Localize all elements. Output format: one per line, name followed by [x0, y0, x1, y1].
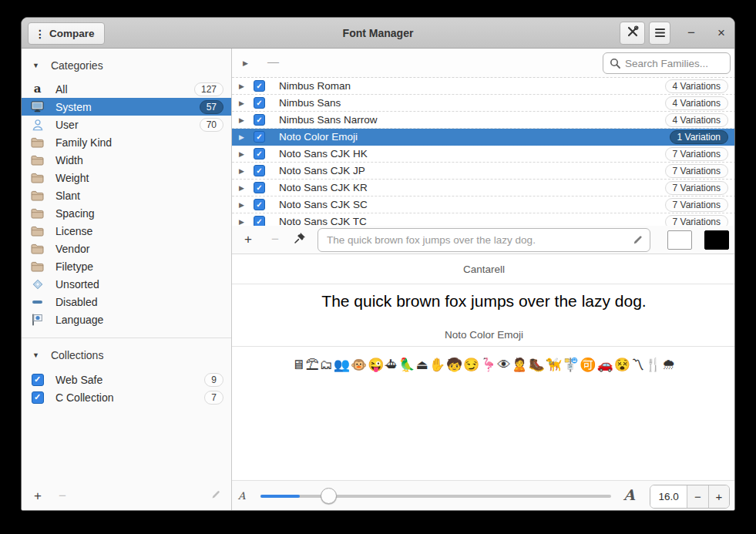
font-row[interactable]: ▶ ✓ Noto Sans CJK TC 7 Variations [232, 213, 735, 226]
preview-font-label[interactable]: Noto Color Emoji [232, 323, 735, 346]
sidebar-item-family-kind[interactable]: Family Kind [22, 133, 231, 151]
font-row[interactable]: ▶ ✓ Noto Sans CJK HK 7 Variations [232, 146, 735, 163]
font-family-name: Nimbus Sans [279, 97, 665, 109]
expander-icon[interactable]: ▶ [239, 167, 250, 175]
remove-collection-button[interactable]: − [52, 486, 72, 506]
sidebar-item-label: Disabled [55, 296, 223, 308]
pin-button[interactable] [291, 230, 309, 249]
expander-icon[interactable]: ▶ [239, 184, 250, 192]
compare-button[interactable]: ⋮ Compare [28, 22, 105, 45]
collection-item-web-safe[interactable]: ✓ Web Safe 9 [22, 371, 231, 388]
collections-header[interactable]: ▼ Collections [32, 346, 231, 364]
font-family-name: Noto Sans CJK SC [279, 199, 665, 210]
sidebar-item-spacing[interactable]: Spacing [22, 204, 231, 222]
checkbox-checked[interactable]: ✓ [254, 97, 265, 109]
variations-badge: 4 Variations [665, 96, 728, 110]
count-badge: 127 [194, 82, 223, 96]
foreground-color-swatch[interactable] [667, 230, 692, 250]
sidebar-item-weight[interactable]: Weight [22, 169, 231, 186]
sidebar-item-disabled[interactable]: Disabled [22, 293, 231, 311]
count-badge: 9 [204, 373, 223, 387]
font-row[interactable]: ▶ ✓ Noto Sans CJK KR 7 Variations [232, 180, 735, 196]
checkbox-checked[interactable]: ✓ [254, 148, 265, 160]
font-row[interactable]: ▶ ✓ Nimbus Sans 4 Variations [232, 95, 735, 112]
decrease-size-button[interactable]: − [687, 485, 707, 508]
expander-icon[interactable]: ▶ [239, 133, 250, 141]
expander-icon[interactable]: ▶ [239, 99, 250, 107]
edit-collection-button[interactable] [206, 486, 226, 506]
sidebar-item-vendor[interactable]: Vendor [22, 240, 231, 257]
variations-badge: 7 Variations [665, 181, 728, 195]
close-button[interactable]: × [711, 22, 731, 45]
preview-sample-text[interactable]: The quick brown fox jumps over the lazy … [232, 284, 735, 318]
collection-item-c-collection[interactable]: ✓ C Collection 7 [22, 388, 231, 406]
sidebar-item-all[interactable]: a All 127 [22, 80, 231, 98]
checkbox-checked[interactable]: ✓ [254, 131, 265, 143]
preferences-button[interactable] [620, 22, 645, 45]
slider-knob[interactable] [321, 488, 337, 504]
sidebar-item-unsorted[interactable]: Unsorted [22, 275, 231, 293]
font-family-name: Noto Sans CJK TC [279, 216, 665, 226]
sidebar-item-user[interactable]: User 70 [22, 116, 231, 133]
add-collection-button[interactable]: + [28, 486, 48, 506]
variations-badge: 7 Variations [665, 147, 728, 161]
checkbox-checked[interactable]: ✓ [254, 182, 265, 193]
font-list-header: ▶ — [232, 49, 735, 78]
sidebar-item-label: Spacing [55, 207, 223, 220]
font-row-selected[interactable]: ▶ ✓ Noto Color Emoji 1 Variation [232, 129, 735, 146]
font-row[interactable]: ▶ ✓ Nimbus Roman 4 Variations [232, 78, 735, 95]
compare-text-input[interactable] [327, 229, 623, 251]
font-manager-window: ⋮ Compare Font Manager − [21, 17, 735, 511]
add-comparison-button[interactable]: + [238, 230, 258, 250]
minimize-icon: − [687, 25, 695, 41]
categories-header-label: Categories [51, 59, 103, 72]
check-icon: ✓ [256, 150, 262, 158]
remove-comparison-button[interactable]: − [265, 230, 285, 250]
font-row[interactable]: ▶ ✓ Noto Sans CJK SC 7 Variations [232, 196, 735, 213]
expander-icon[interactable]: ▶ [239, 218, 250, 226]
expander-icon[interactable]: ▶ [239, 82, 250, 90]
categories-header[interactable]: ▼ Categories [32, 56, 231, 74]
background-color-swatch[interactable] [704, 230, 729, 250]
variations-badge: 7 Variations [665, 215, 728, 227]
font-size-bar: A A 16.0 − + [232, 480, 735, 511]
search-families-input[interactable] [625, 53, 727, 73]
expander-icon[interactable]: ▶ [239, 150, 250, 158]
checkbox-checked[interactable]: ✓ [32, 374, 44, 386]
sidebar-item-language[interactable]: Language [22, 311, 231, 328]
minimize-button[interactable]: − [681, 22, 701, 45]
edit-pencil-icon[interactable] [632, 234, 643, 249]
font-row[interactable]: ▶ ✓ Nimbus Sans Narrow 4 Variations [232, 112, 735, 129]
expander-icon[interactable]: ▶ [239, 201, 250, 209]
increase-size-button[interactable]: + [708, 485, 729, 508]
expander-icon[interactable]: ▶ [239, 116, 250, 124]
checkbox-checked[interactable]: ✓ [254, 80, 265, 92]
toggle-column-dash[interactable]: — [267, 55, 279, 68]
slider-track[interactable] [260, 495, 611, 498]
sidebar-item-width[interactable]: Width [22, 151, 231, 169]
checkbox-checked[interactable]: ✓ [254, 216, 265, 226]
checkbox-checked[interactable]: ✓ [254, 165, 265, 176]
titlebar: ⋮ Compare Font Manager − [22, 18, 734, 49]
preview-emoji-sample[interactable]: 🖥⛱🗂👥🐵😜⛴🦜⏏✋🧒😏🦩👁🙎🥾🦮🚏🉑🚗😵〽🍴🌨 [232, 347, 735, 382]
expand-all-icon[interactable]: ▶ [243, 59, 248, 67]
checkbox-checked[interactable]: ✓ [32, 391, 44, 404]
checkbox-checked[interactable]: ✓ [254, 199, 265, 210]
minus-icon: − [694, 490, 701, 503]
app-menu-button[interactable] [649, 22, 670, 45]
sidebar-item-license[interactable]: License [22, 222, 231, 240]
sidebar-item-slant[interactable]: Slant [22, 186, 231, 204]
font-size-value[interactable]: 16.0 [650, 485, 687, 508]
checkbox-checked[interactable]: ✓ [254, 114, 265, 126]
font-size-slider[interactable] [260, 487, 611, 505]
font-family-name: Noto Sans CJK HK [279, 148, 665, 160]
count-badge: 7 [204, 391, 223, 405]
diamond-icon [30, 278, 45, 291]
sidebar-item-label: Family Kind [55, 136, 223, 149]
preview-font-label[interactable]: Cantarell [232, 254, 735, 284]
plus-icon: + [34, 489, 42, 504]
sidebar-item-system[interactable]: System 57 [22, 98, 231, 116]
sidebar-item-filetype[interactable]: Filetype [22, 257, 231, 275]
font-row[interactable]: ▶ ✓ Noto Sans CJK JP 7 Variations [232, 163, 735, 180]
font-pane: ▶ — ▶ ✓ Nimbus Roman 4 Variations ▶ ✓ Ni… [232, 49, 735, 511]
